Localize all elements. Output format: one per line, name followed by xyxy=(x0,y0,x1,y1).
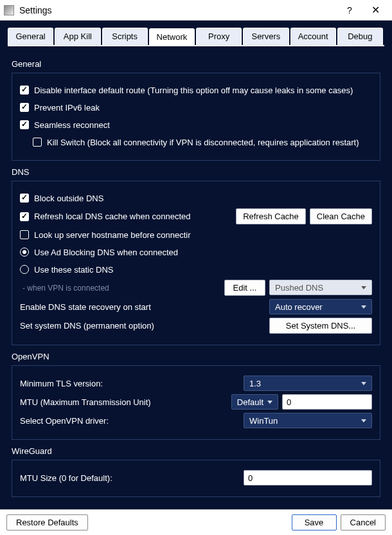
label-disable-route: Disable interface default route (Turning… xyxy=(34,86,372,95)
tab-scripts[interactable]: Scripts xyxy=(102,28,148,46)
section-title-wireguard: WireGuard xyxy=(12,446,380,456)
tab-network[interactable]: Network xyxy=(149,28,195,46)
title-bar: Settings ? ✕ xyxy=(0,0,392,21)
close-button[interactable]: ✕ xyxy=(362,4,388,16)
radio-adblock-dns[interactable] xyxy=(20,248,29,257)
clean-cache-button[interactable]: Clean Cache xyxy=(310,208,372,224)
dns-recovery-value: Auto recover xyxy=(275,302,323,312)
label-dns-recovery: Enable DNS state recovery on start xyxy=(20,302,269,312)
window-title: Settings xyxy=(19,5,52,15)
tab-debug[interactable]: Debug xyxy=(337,28,383,46)
pushed-dns-value: Pushed DNS xyxy=(275,283,323,293)
label-block-outside-dns: Block outside DNS xyxy=(34,194,372,203)
checkbox-prevent-ipv6[interactable] xyxy=(20,103,29,112)
group-wireguard: MTU Size (0 for Default): xyxy=(12,460,380,497)
tls-version-value: 1.3 xyxy=(249,379,261,388)
section-title-openvpn: OpenVPN xyxy=(12,352,380,361)
label-set-system-dns: Set system DNS (permanent option) xyxy=(20,321,269,331)
dns-recovery-combo[interactable]: Auto recover xyxy=(269,299,372,314)
tls-version-combo[interactable]: 1.3 xyxy=(244,376,372,391)
label-openvpn-driver: Select OpenVPN driver: xyxy=(20,416,244,426)
tab-account[interactable]: Account xyxy=(290,28,336,46)
label-refresh-local-dns: Refresh local DNS cache when connected xyxy=(34,212,236,221)
label-static-dns: Use these static DNS xyxy=(34,265,372,275)
section-title-general: General xyxy=(12,59,380,69)
tab-app-kill[interactable]: App Kill xyxy=(55,28,100,46)
openvpn-mtu-mode-combo[interactable]: Default xyxy=(231,394,278,410)
section-title-dns: DNS xyxy=(12,167,380,177)
edit-dns-button[interactable]: Edit ... xyxy=(224,280,265,296)
radio-static-dns[interactable] xyxy=(20,265,29,274)
pushed-dns-combo[interactable]: Pushed DNS xyxy=(269,280,372,295)
openvpn-mtu-input[interactable] xyxy=(282,394,372,410)
help-button[interactable]: ? xyxy=(337,5,362,15)
hint-when-connected: - when VPN is connected xyxy=(20,284,224,293)
footer-bar: Restore Defaults Save Cancel xyxy=(0,509,392,535)
label-openvpn-mtu: MTU (Maximum Transmission Unit) xyxy=(20,397,231,407)
group-openvpn: Minimum TLS version: 1.3 MTU (Maximum Tr… xyxy=(12,365,380,440)
checkbox-seamless[interactable] xyxy=(20,120,29,129)
checkbox-disable-route[interactable] xyxy=(20,86,29,95)
label-seamless: Seamless reconnect xyxy=(34,120,372,130)
label-tls-version: Minimum TLS version: xyxy=(20,379,244,388)
restore-defaults-button[interactable]: Restore Defaults xyxy=(6,514,88,530)
checkbox-block-outside-dns[interactable] xyxy=(20,194,29,203)
set-system-dns-button[interactable]: Set System DNS... xyxy=(269,318,372,334)
label-prevent-ipv6: Prevent IPv6 leak xyxy=(34,103,372,113)
openvpn-driver-value: WinTun xyxy=(249,416,278,426)
checkbox-lookup-hostname[interactable] xyxy=(20,230,29,239)
group-general: Disable interface default route (Turning… xyxy=(12,73,380,161)
label-killswitch: Kill Switch (Block all connectivity if V… xyxy=(47,138,372,147)
cancel-button[interactable]: Cancel xyxy=(341,514,386,530)
wireguard-mtu-input[interactable] xyxy=(244,470,372,485)
checkbox-refresh-local-dns[interactable] xyxy=(20,212,29,221)
checkbox-killswitch[interactable] xyxy=(33,138,42,147)
label-lookup-hostname: Look up server hostname before connectir xyxy=(34,230,372,240)
label-wireguard-mtu: MTU Size (0 for Default): xyxy=(20,473,244,483)
refresh-cache-button[interactable]: Refresh Cache xyxy=(236,208,306,224)
tab-proxy[interactable]: Proxy xyxy=(196,28,242,46)
tab-general[interactable]: General xyxy=(8,28,53,46)
label-adblock-dns: Use Ad Blocking DNS when connected xyxy=(34,248,372,257)
openvpn-driver-combo[interactable]: WinTun xyxy=(244,413,372,428)
save-button[interactable]: Save xyxy=(292,514,337,530)
app-icon xyxy=(4,5,14,15)
openvpn-mtu-mode-value: Default xyxy=(237,397,263,407)
tab-bar: General App Kill Scripts Network Proxy S… xyxy=(8,27,384,46)
group-dns: Block outside DNS Refresh local DNS cach… xyxy=(12,181,380,345)
tab-servers[interactable]: Servers xyxy=(243,28,289,46)
